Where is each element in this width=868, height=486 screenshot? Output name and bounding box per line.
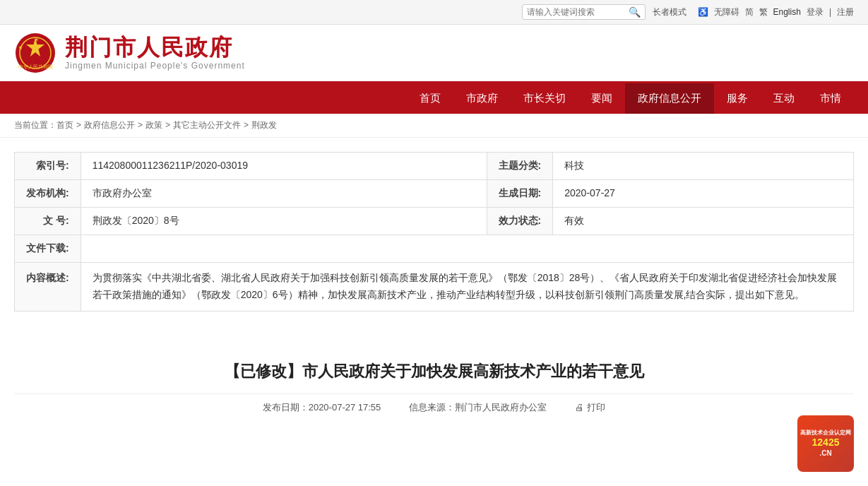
publish-date-value: 2020-07-27 17:55 [309, 402, 381, 413]
print-icon: 🖨 [575, 402, 584, 413]
divider [14, 393, 854, 394]
index-label: 索引号: [15, 153, 81, 180]
sep4: > [244, 120, 249, 130]
login-link[interactable]: 登录 [807, 6, 824, 18]
logo-text: 荆门市人民政府 Jingmen Municipal People's Gover… [65, 35, 245, 70]
header: 中华人民共和国 荆门市人民政府 Jingmen Municipal People… [0, 25, 868, 83]
breadcrumb-info[interactable]: 政府信息公开 [84, 120, 135, 130]
article-meta: 发布日期：2020-07-27 17:55 信息来源：荆门市人民政府办公室 🖨 … [14, 401, 854, 414]
nav-item-home[interactable]: 首页 [407, 83, 453, 114]
download-value [81, 235, 853, 263]
info-table: 索引号: 11420800011236211P/2020-03019 主题分类:… [14, 152, 854, 312]
nav-item-news[interactable]: 要闻 [578, 83, 625, 114]
simplified-link[interactable]: 简 [745, 6, 754, 18]
description-value: 为贯彻落实《中共湖北省委、湖北省人民政府关于加强科技创新引领高质量发展的若干意见… [81, 263, 853, 312]
nav-item-interact[interactable]: 互动 [761, 83, 807, 114]
table-row-publisher: 发布机构: 市政府办公室 生成日期: 2020-07-27 [15, 180, 854, 208]
sep3: > [165, 120, 170, 130]
source-label: 信息来源： [409, 402, 455, 413]
date-value: 2020-07-27 [553, 180, 854, 208]
print-label: 打印 [587, 401, 605, 414]
sep1: > [76, 120, 81, 130]
svg-text:中华人民共和国: 中华人民共和国 [18, 64, 53, 70]
publisher-value: 市政府办公室 [81, 180, 487, 208]
download-label: 文件下载: [15, 235, 81, 263]
nav-item-service[interactable]: 服务 [714, 83, 761, 114]
header-logo: 中华人民共和国 荆门市人民政府 Jingmen Municipal People… [14, 32, 245, 74]
nav-item-gov[interactable]: 市政府 [453, 83, 511, 114]
nav-item-info[interactable]: 政府信息公开 [625, 83, 714, 114]
publish-date: 发布日期：2020-07-27 17:55 [263, 401, 381, 414]
print-button[interactable]: 🖨 打印 [575, 401, 605, 414]
article-section: 【已修改】市人民政府关于加快发展高新技术产业的若干意见 发布日期：2020-07… [0, 340, 868, 428]
top-bar-links: 长者模式 ♿ 无障碍 简 繁 English 登录 | 注册 [653, 6, 854, 18]
search-box[interactable]: 🔍 [522, 4, 646, 20]
site-main-title: 荆门市人民政府 [65, 35, 245, 60]
docnum-value: 荆政发〔2020〕8号 [81, 208, 487, 235]
publisher-label: 发布机构: [15, 180, 81, 208]
breadcrumb: 当前位置：首页>政府信息公开>政策>其它主动公开文件>荆政发 [0, 114, 868, 138]
no-barrier-link[interactable]: 无障碍 [714, 6, 739, 18]
breadcrumb-current: 荆政发 [251, 120, 277, 130]
site-sub-title: Jingmen Municipal People's Government [65, 61, 245, 71]
theme-value: 科技 [553, 153, 854, 180]
logo-emblem: 中华人民共和国 [14, 32, 57, 74]
publish-date-label: 发布日期： [263, 402, 309, 413]
content: 索引号: 11420800011236211P/2020-03019 主题分类:… [0, 138, 868, 340]
search-input[interactable] [527, 7, 626, 17]
no-barrier-icon: ♿ [698, 7, 708, 17]
validity-label: 效力状态: [487, 208, 553, 235]
english-link[interactable]: English [773, 7, 801, 17]
nav: 首页 市政府 市长关切 要闻 政府信息公开 服务 互动 市情 [0, 83, 868, 114]
description-label: 内容概述: [15, 263, 81, 312]
source: 信息来源：荆门市人民政府办公室 [409, 401, 547, 414]
bottom-badge[interactable]: 高新技术企业认定网 12425 .CN [797, 415, 854, 428]
validity-value: 有效 [553, 208, 854, 235]
traditional-link[interactable]: 繁 [759, 6, 768, 18]
index-value: 11420800011236211P/2020-03019 [81, 153, 487, 180]
breadcrumb-policy[interactable]: 政策 [145, 120, 162, 130]
date-label: 生成日期: [487, 180, 553, 208]
nav-item-city[interactable]: 市情 [807, 83, 854, 114]
breadcrumb-other[interactable]: 其它主动公开文件 [173, 120, 241, 130]
table-row-download: 文件下载: [15, 235, 854, 263]
register-link[interactable]: 注册 [837, 6, 854, 18]
sep2: > [138, 120, 143, 130]
search-icon[interactable]: 🔍 [629, 6, 641, 18]
table-row-docnum: 文 号: 荆政发〔2020〕8号 效力状态: 有效 [15, 208, 854, 235]
accessibility-mode-link[interactable]: 长者模式 [653, 6, 686, 18]
separator2: | [829, 7, 831, 17]
source-value: 荆门市人民政府办公室 [455, 402, 547, 413]
top-bar: 🔍 长者模式 ♿ 无障碍 简 繁 English 登录 | 注册 [0, 0, 868, 25]
nav-item-mayor[interactable]: 市长关切 [511, 83, 578, 114]
article-title: 【已修改】市人民政府关于加快发展高新技术产业的若干意见 [14, 361, 854, 382]
theme-label: 主题分类: [487, 153, 553, 180]
docnum-label: 文 号: [15, 208, 81, 235]
table-row-index: 索引号: 11420800011236211P/2020-03019 主题分类:… [15, 153, 854, 180]
table-row-description: 内容概述: 为贯彻落实《中共湖北省委、湖北省人民政府关于加强科技创新引领高质量发… [15, 263, 854, 312]
breadcrumb-home[interactable]: 首页 [57, 120, 73, 130]
